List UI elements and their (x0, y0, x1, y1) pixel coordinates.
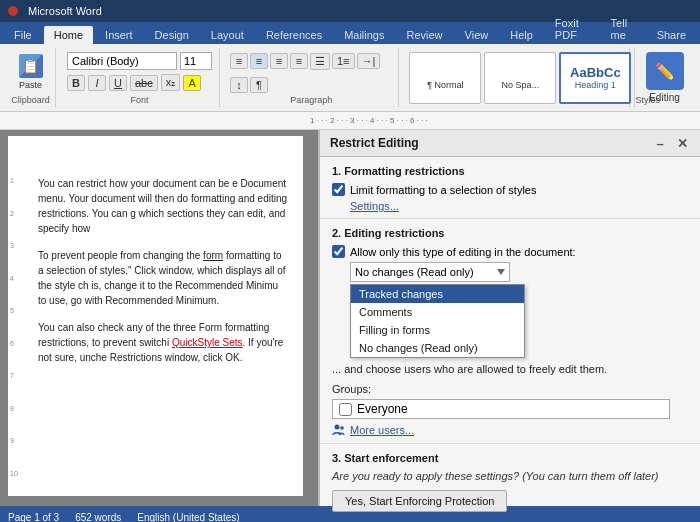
tab-references[interactable]: References (256, 26, 332, 44)
style-normal[interactable]: AaBbCcDc ¶ Normal (409, 52, 481, 104)
close-btn-title[interactable] (8, 6, 18, 16)
section2-checkbox[interactable] (332, 245, 345, 258)
bullets-button[interactable]: ☰ (310, 53, 330, 70)
dropdown-item-filling[interactable]: Filling in forms (351, 321, 524, 339)
editing-type-select[interactable]: No changes (Read only) Tracked changes C… (350, 262, 510, 282)
tab-tellme[interactable]: Tell me (601, 14, 645, 44)
more-users-link[interactable]: More users... (332, 423, 688, 437)
justify-button[interactable]: ≡ (290, 53, 308, 69)
strikethrough-button[interactable]: abc (130, 75, 158, 91)
svg-point-1 (340, 427, 344, 431)
ribbon-group-clipboard: 📋 Paste Clipboard (6, 48, 56, 107)
language: English (United States) (137, 512, 239, 523)
doc-paragraph-3: You can also check any of the three Form… (38, 320, 289, 365)
dropdown-row: No changes (Read only) Tracked changes C… (350, 262, 688, 282)
doc-paragraph-1: You can restrict how your document can b… (38, 176, 289, 236)
everyone-checkbox[interactable] (339, 403, 352, 416)
ruler-marks: 1 · · · 2 · · · 3 · · · 4 · · · 5 · · · … (310, 116, 428, 125)
settings-link[interactable]: Settings... (350, 200, 688, 212)
quickstyle-link[interactable]: QuickStyle Sets (172, 337, 243, 348)
dropdown-item-comments[interactable]: Comments (351, 303, 524, 321)
everyone-row: Everyone (332, 399, 670, 419)
tab-review[interactable]: Review (397, 26, 453, 44)
tab-mailings[interactable]: Mailings (334, 26, 394, 44)
panel-section3: 3. Start enforcement Are you ready to ap… (320, 444, 700, 520)
section1-checkbox-label: Limit formatting to a selection of style… (350, 184, 536, 196)
style-nospace[interactable]: AaBbCcDc No Spa... (484, 52, 556, 104)
more-users-label: More users... (350, 424, 414, 436)
ribbon-group-font: B I U abc x₂ A Font (60, 48, 220, 107)
paste-label: Paste (19, 80, 42, 90)
ribbon-group-editing: ✏️ Editing (634, 48, 694, 107)
font-label: Font (130, 95, 148, 105)
clipboard-label: Clipboard (11, 95, 50, 105)
dropdown-item-nochanges[interactable]: No changes (Read only) (351, 339, 524, 357)
indent-button[interactable]: →| (357, 53, 381, 69)
align-right-button[interactable]: ≡ (270, 53, 288, 69)
panel-title: Restrict Editing (330, 136, 419, 150)
align-left-button[interactable]: ≡ (230, 53, 248, 69)
panel-header-buttons: – ✕ (652, 135, 690, 151)
highlight-button[interactable]: A (183, 75, 201, 91)
style-heading1[interactable]: AaBbCc Heading 1 (559, 52, 631, 104)
section1-checkbox[interactable] (332, 183, 345, 196)
font-controls: B I U abc x₂ A (67, 50, 212, 95)
enforce-protection-button[interactable]: Yes, Start Enforcing Protection (332, 490, 507, 512)
svg-point-0 (335, 425, 340, 430)
underline-button[interactable]: U (109, 75, 127, 91)
document-page: 12345678910 You can restrict how your do… (8, 136, 303, 496)
numbering-button[interactable]: 1≡ (332, 53, 355, 69)
panel-section2: 2. Editing restrictions Allow only this … (320, 219, 700, 444)
section2-checkbox-row: Allow only this type of editing in the d… (332, 245, 688, 258)
everyone-label: Everyone (357, 402, 408, 416)
align-center-button[interactable]: ≡ (250, 53, 268, 69)
tab-layout[interactable]: Layout (201, 26, 254, 44)
style-normal-label: ¶ Normal (427, 80, 463, 90)
document-wrapper: 12345678910 You can restrict how your do… (0, 130, 318, 506)
clipboard-content: 📋 Paste (15, 50, 47, 93)
editing-label: Editing (649, 92, 680, 103)
section1-checkbox-row: Limit formatting to a selection of style… (332, 183, 688, 196)
paste-button[interactable]: 📋 Paste (15, 52, 47, 92)
users-icon (332, 423, 346, 437)
font-size-input[interactable] (180, 52, 212, 70)
tab-file[interactable]: File (4, 26, 42, 44)
subscript-button[interactable]: x₂ (161, 74, 181, 91)
dropdown-menu-list: Tracked changes Comments Filling in form… (350, 284, 525, 358)
panel-close-btn[interactable]: ✕ (674, 135, 690, 151)
tab-share[interactable]: Share (647, 26, 696, 44)
tab-design[interactable]: Design (145, 26, 199, 44)
paste-icon: 📋 (19, 54, 43, 78)
section2-title: 2. Editing restrictions (332, 227, 688, 239)
word-count: 652 words (75, 512, 121, 523)
page-info: Page 1 of 3 (8, 512, 59, 523)
pilcrow-button[interactable]: ¶ (250, 77, 268, 93)
font-name-input[interactable] (67, 52, 177, 70)
tab-help[interactable]: Help (500, 26, 543, 44)
section1-title: 1. Formatting restrictions (332, 165, 688, 177)
italic-button[interactable]: I (88, 75, 106, 91)
font-row1 (67, 52, 212, 70)
dropdown-item-tracked[interactable]: Tracked changes (351, 285, 524, 303)
app-title: Microsoft Word (28, 5, 102, 17)
underline-text: form (203, 250, 223, 261)
tab-foxitpdf[interactable]: Foxit PDF (545, 14, 599, 44)
styles-boxes: AaBbCcDc ¶ Normal AaBbCcDc No Spa... AaB… (409, 52, 631, 104)
tab-insert[interactable]: Insert (95, 26, 143, 44)
style-normal-preview: AaBbCcDc (414, 65, 478, 80)
ribbon: File Home Insert Design Layout Reference… (0, 22, 700, 112)
panel-header: Restrict Editing – ✕ (320, 130, 700, 157)
bold-button[interactable]: B (67, 75, 85, 91)
spacing-button[interactable]: ↕ (230, 77, 248, 93)
panel-minimize-btn[interactable]: – (652, 135, 668, 151)
tab-view[interactable]: View (455, 26, 499, 44)
doc-background: 12345678910 You can restrict how your do… (0, 130, 318, 506)
style-heading1-preview: AaBbCc (570, 65, 621, 80)
ruler: 1 · · · 2 · · · 3 · · · 4 · · · 5 · · · … (0, 112, 700, 130)
ribbon-group-paragraph: ≡ ≡ ≡ ≡ ☰ 1≡ →| ↕ ¶ Paragraph (224, 48, 399, 107)
style-heading1-label: Heading 1 (575, 80, 616, 90)
ribbon-group-styles: AaBbCcDc ¶ Normal AaBbCcDc No Spa... AaB… (403, 48, 630, 107)
groups-label: Groups: (332, 383, 688, 395)
tab-home[interactable]: Home (44, 26, 93, 44)
paragraph-label: Paragraph (290, 95, 332, 105)
